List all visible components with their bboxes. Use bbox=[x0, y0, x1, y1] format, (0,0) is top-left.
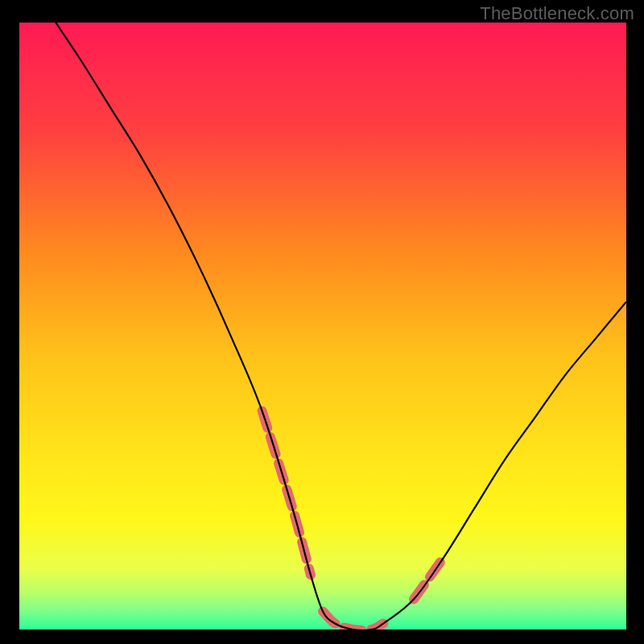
bottleneck-chart bbox=[0, 0, 644, 644]
chart-background-gradient bbox=[19, 23, 626, 630]
chart-container: TheBottleneck.com bbox=[0, 0, 644, 644]
watermark-text: TheBottleneck.com bbox=[480, 3, 634, 24]
